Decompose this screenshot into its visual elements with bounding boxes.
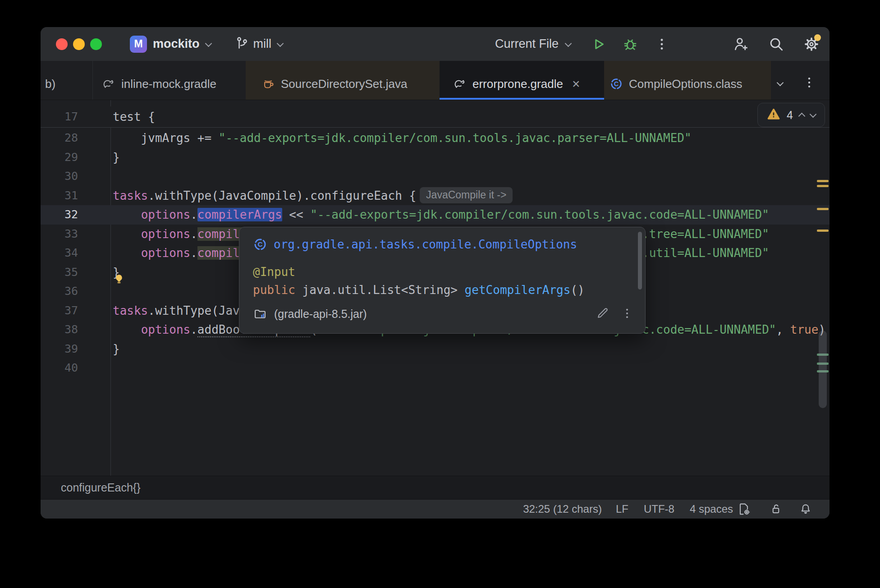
popup-kebab-icon[interactable] [621,307,633,322]
tab-inline-mock-gradle[interactable]: inline-mock.gradle [92,61,246,100]
code-token: test { [113,110,155,124]
svg-text:C: C [257,240,262,248]
line-number[interactable]: 37 [41,301,78,321]
line-number[interactable]: 36 [41,282,78,301]
indent-config-icon[interactable] [737,502,751,516]
line-number[interactable]: 38 [41,320,78,340]
settings-button[interactable] [802,35,820,53]
code-line-39[interactable]: 39} [41,340,830,359]
code-token: . [190,323,197,336]
code-editor[interactable]: 17 test { 28 jvmArgs += "--add-exports=j… [41,100,830,476]
search-everywhere-button[interactable] [767,35,785,53]
code-token: . [190,208,197,221]
code-line-28[interactable]: 28 jvmArgs += "--add-exports=jdk.compile… [41,129,830,148]
warning-stripe-mark[interactable] [817,185,829,187]
next-problem-icon[interactable] [810,111,817,118]
sticky-line[interactable]: 17 test { [41,106,830,128]
intention-lightbulb-icon[interactable] [113,273,125,287]
notifications-bell-icon[interactable] [799,502,812,516]
gradle-icon [453,77,467,91]
indent-size[interactable]: 4 spaces [690,503,733,515]
run-configuration-selector[interactable]: Current File [495,37,559,51]
close-tab-icon[interactable]: × [572,79,580,88]
code-token: java.util.List<String> [302,283,465,297]
line-number[interactable]: 39 [41,340,78,359]
line-number[interactable]: 17 [41,106,78,127]
editor-tab-bar: b) inline-mock.gradle SourceDirectoryS [41,61,830,100]
tab-label: CompileOptions.class [629,77,742,91]
breadcrumb: configureEach{} [41,476,830,500]
more-actions-button[interactable] [653,35,671,53]
tab-errorprone-gradle[interactable]: errorprone.gradle × [440,61,604,100]
zoom-window-button[interactable] [90,38,102,50]
inspections-widget[interactable]: 4 [757,103,825,127]
status-bar: 32:25 (12 chars) LF UTF-8 4 spaces [41,500,830,519]
line-separator[interactable]: LF [616,503,628,515]
chevron-down-icon[interactable] [565,40,572,47]
minimize-window-button[interactable] [73,38,85,50]
code-token: options [141,323,191,336]
vcs-widget[interactable]: mill [234,36,283,53]
class-icon: C [610,77,623,91]
code-with-me-button[interactable] [732,35,750,53]
project-name[interactable]: mockito [153,37,200,51]
code-line-40[interactable]: 40 [41,358,830,378]
tab-sourcedirectoryset-java[interactable]: SourceDirectorySet.java [246,61,440,100]
code-token [113,246,141,260]
tab-options-kebab-icon[interactable] [802,76,816,91]
tab-clipped[interactable]: b) [41,61,92,100]
code-token: "--add-exports=jdk.compiler/com.sun.tool… [219,131,692,145]
tab-list-chevron-icon[interactable] [777,79,784,87]
run-button[interactable] [590,35,608,53]
title-bar: M mockito mill Current File [41,27,830,61]
line-number[interactable]: 29 [41,148,78,167]
close-window-button[interactable] [56,38,68,50]
line-number[interactable]: 31 [41,186,78,206]
code-token: . [190,227,197,241]
caret-position[interactable]: 32:25 (12 chars) [523,503,602,515]
edit-source-icon[interactable] [596,307,609,322]
line-number[interactable]: 28 [41,129,78,148]
readonly-lock-icon[interactable] [769,502,783,516]
file-encoding[interactable]: UTF-8 [644,503,674,515]
code-line-32[interactable]: 32 options.compilerArgs << "--add-export… [41,205,830,225]
origin-jar: (gradle-api-8.5.jar) [274,308,367,321]
ide-window: M mockito mill Current File [41,27,830,519]
class-reference-link[interactable]: org.gradle.api.tasks.compile.CompileOpti… [274,238,577,251]
tab-compileoptions-class[interactable]: C CompileOptions.class [604,61,771,100]
popup-scrollbar[interactable] [638,232,642,289]
method-signature: public java.util.List<String> getCompile… [253,283,585,297]
line-number[interactable]: 34 [41,243,78,263]
annotation: @Input [253,265,295,279]
line-number[interactable]: 32 [41,205,78,225]
line-number[interactable]: 33 [41,225,78,244]
warning-stripe-mark[interactable] [817,208,829,210]
warning-stripe-mark[interactable] [817,230,829,232]
code-line-31[interactable]: 31tasks.withType(JavaCompile).configureE… [41,186,830,206]
code-token: getCompilerArgs [465,283,571,297]
breadcrumb-item[interactable]: configureEach{} [61,481,141,494]
code-token [113,227,141,241]
chevron-down-icon[interactable] [205,40,212,47]
code-token: public [253,283,302,297]
code-token: "--add-exports=jdk.compiler/com.sun.tool… [310,208,769,221]
code-token: .withType(JavaCompile).configureEach { [148,189,416,202]
project-avatar[interactable]: M [130,36,147,53]
inlay-hint[interactable]: JavaCompile it -> [420,187,513,203]
library-icon [253,307,267,321]
editor-scrollbar[interactable] [819,331,827,408]
tab-label: inline-mock.gradle [121,77,216,91]
code-token: options [141,208,191,221]
window-controls [56,38,102,50]
line-number[interactable]: 30 [41,167,78,186]
chevron-down-icon [277,40,284,47]
previous-problem-icon[interactable] [798,112,806,119]
line-number[interactable]: 40 [41,358,78,378]
code-line-30[interactable]: 30 [41,167,830,186]
code-token: } [113,151,120,164]
code-line-29[interactable]: 29} [41,148,830,167]
debug-button[interactable] [621,35,639,53]
warning-stripe-mark[interactable] [817,180,829,182]
java-icon [261,77,275,91]
line-number[interactable]: 35 [41,263,78,282]
